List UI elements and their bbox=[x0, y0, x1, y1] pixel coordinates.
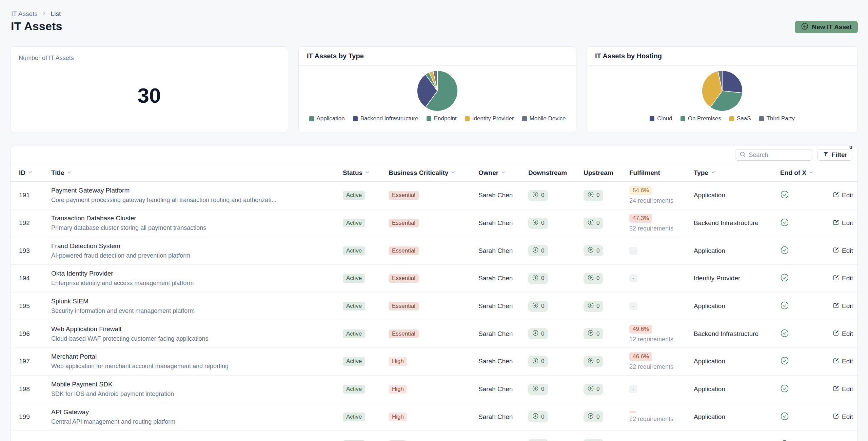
edit-label: Edit bbox=[842, 330, 853, 338]
criticality-badge: High bbox=[389, 357, 407, 366]
end-of-x-cell bbox=[780, 190, 833, 200]
edit-button[interactable]: Edit bbox=[833, 413, 853, 421]
column-header-type[interactable]: Type bbox=[694, 169, 780, 177]
upstream-count: 0 bbox=[596, 192, 599, 199]
table-row[interactable]: 191 Payment Gateway Platform Core paymen… bbox=[11, 182, 857, 209]
new-it-asset-button[interactable]: New IT Asset bbox=[795, 21, 858, 33]
downstream-count: 0 bbox=[541, 192, 544, 199]
asset-title[interactable]: API Gateway bbox=[51, 408, 89, 416]
page-title: IT Assets bbox=[11, 20, 62, 33]
filter-button[interactable]: 0 Filter bbox=[817, 149, 852, 161]
breadcrumb-list[interactable]: List bbox=[51, 10, 61, 18]
criticality-badge: High bbox=[389, 385, 407, 394]
end-of-x-cell bbox=[780, 356, 833, 366]
asset-title[interactable]: Fraud Detection System bbox=[51, 242, 120, 250]
owner: Sarah Chen bbox=[478, 302, 528, 310]
table-row[interactable]: 194 Okta Identity Provider Enterprise id… bbox=[11, 265, 857, 293]
asset-title[interactable]: Splunk SIEM bbox=[51, 298, 88, 305]
legend-item-mobile-device: Mobile Device bbox=[522, 115, 566, 122]
edit-button[interactable]: Edit bbox=[833, 385, 853, 394]
table-row[interactable]: Kubernetes Container Platform Active Hig… bbox=[11, 431, 857, 441]
asset-type: Application bbox=[694, 358, 780, 365]
table-header-row: IDTitleStatusBusiness CriticalityOwnerDo… bbox=[11, 164, 857, 182]
edit-button[interactable]: Edit bbox=[833, 302, 853, 310]
upstream-count: 0 bbox=[596, 386, 599, 393]
column-header-business-criticality[interactable]: Business Criticality bbox=[389, 169, 478, 177]
breadcrumb-it-assets[interactable]: IT Assets bbox=[11, 10, 38, 18]
asset-title[interactable]: Web Application Firewall bbox=[51, 325, 121, 333]
edit-button[interactable]: Edit bbox=[833, 274, 853, 283]
sort-chevron-icon bbox=[365, 169, 370, 177]
asset-id: 195 bbox=[11, 302, 51, 310]
arrow-up-circle-icon bbox=[587, 385, 594, 394]
asset-title[interactable]: Mobile Payment SDK bbox=[51, 381, 113, 388]
fulfilment-requirements: 22 requirements bbox=[629, 416, 673, 423]
edit-button[interactable]: Edit bbox=[833, 219, 853, 227]
column-header-title[interactable]: Title bbox=[51, 169, 343, 177]
edit-pencil-icon bbox=[833, 329, 840, 338]
asset-title[interactable]: Transaction Database Cluster bbox=[51, 215, 136, 222]
asset-type: Application bbox=[694, 192, 780, 199]
asset-title[interactable]: Okta Identity Provider bbox=[51, 270, 113, 277]
upstream-count: 0 bbox=[596, 414, 599, 420]
edit-button[interactable]: Edit bbox=[833, 246, 853, 255]
arrow-up-circle-icon bbox=[587, 274, 594, 283]
criticality-badge: Essential bbox=[389, 219, 419, 227]
column-header-end-of-x[interactable]: End of X bbox=[780, 169, 833, 177]
asset-type: Backend Infrastructure bbox=[694, 330, 780, 338]
table-row[interactable]: 196 Web Application Firewall Cloud-based… bbox=[11, 320, 857, 348]
table-row[interactable]: 198 Mobile Payment SDK SDK for iOS and A… bbox=[11, 376, 857, 403]
new-it-asset-label: New IT Asset bbox=[812, 23, 852, 31]
end-of-x-cell bbox=[780, 301, 833, 311]
edit-label: Edit bbox=[842, 358, 853, 365]
table-row[interactable]: 199 API Gateway Central API management a… bbox=[11, 403, 857, 431]
edit-button[interactable]: Edit bbox=[833, 329, 853, 338]
asset-title[interactable]: Merchant Portal bbox=[51, 353, 97, 360]
column-label: Downstream bbox=[528, 169, 567, 177]
legend-label: Mobile Device bbox=[530, 115, 566, 122]
breadcrumb: IT Assets List bbox=[11, 10, 61, 18]
status-badge: Active bbox=[343, 385, 365, 394]
edit-pencil-icon bbox=[833, 274, 840, 283]
edit-label: Edit bbox=[842, 385, 853, 393]
downstream-count: 0 bbox=[541, 330, 544, 337]
legend-swatch bbox=[759, 116, 764, 121]
criticality-badge: Essential bbox=[389, 246, 419, 255]
downstream-count: 0 bbox=[541, 275, 544, 282]
column-header-owner[interactable]: Owner bbox=[478, 169, 528, 177]
edit-pencil-icon bbox=[833, 246, 840, 255]
column-label: Upstream bbox=[584, 169, 613, 177]
asset-id: 196 bbox=[11, 330, 51, 338]
criticality-badge: Essential bbox=[389, 329, 419, 338]
pie-slice-cloud bbox=[722, 71, 743, 93]
upstream-badge: 0 bbox=[584, 439, 603, 441]
arrow-down-circle-icon bbox=[532, 274, 539, 283]
criticality-badge: High bbox=[389, 413, 407, 421]
table-row[interactable]: 193 Fraud Detection System AI-powered fr… bbox=[11, 237, 857, 265]
column-label: Fulfilment bbox=[629, 169, 660, 177]
table-row[interactable]: 192 Transaction Database Cluster Primary… bbox=[11, 209, 857, 237]
column-header-upstream: Upstream bbox=[584, 169, 629, 177]
edit-button[interactable]: Edit bbox=[833, 357, 853, 366]
arrow-up-circle-icon bbox=[587, 246, 594, 255]
card-hosting-title: IT Assets by Hosting bbox=[587, 47, 857, 66]
status-badge: Active bbox=[343, 357, 365, 366]
arrow-down-circle-icon bbox=[532, 357, 539, 366]
column-header-status[interactable]: Status bbox=[343, 169, 389, 177]
table-row[interactable]: 197 Merchant Portal Web application for … bbox=[11, 348, 857, 376]
asset-description: Security information and event managemen… bbox=[51, 307, 195, 315]
hosting-pie-chart bbox=[701, 69, 744, 113]
asset-title[interactable]: Payment Gateway Platform bbox=[51, 187, 130, 194]
table-row[interactable]: 195 Splunk SIEM Security information and… bbox=[11, 293, 857, 320]
legend-label: Endpoint bbox=[434, 115, 457, 122]
downstream-badge: 0 bbox=[528, 356, 548, 367]
search-box[interactable] bbox=[735, 149, 812, 161]
check-circle-icon bbox=[780, 412, 789, 422]
downstream-badge: 0 bbox=[528, 439, 548, 441]
edit-button[interactable]: Edit bbox=[833, 191, 853, 200]
asset-id: 193 bbox=[11, 247, 51, 255]
fulfilment-empty: - bbox=[629, 302, 637, 310]
search-input[interactable] bbox=[749, 152, 807, 159]
column-header-id[interactable]: ID bbox=[11, 169, 51, 177]
card-it-assets-by-hosting: IT Assets by Hosting CloudOn PremisesSaa… bbox=[587, 46, 858, 133]
